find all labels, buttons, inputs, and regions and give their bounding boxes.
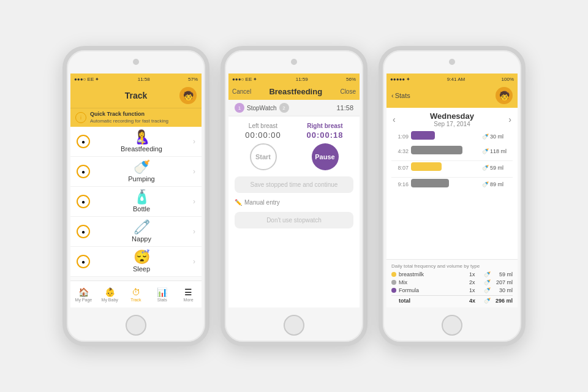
cancel-button[interactable]: Cancel — [232, 88, 251, 95]
stats-icon: 📊 — [157, 287, 167, 297]
total-label: total — [399, 298, 467, 304]
breastfeeding-label: Breastfeeding — [121, 145, 162, 153]
time-1: 1:09 — [391, 134, 409, 140]
breastmilk-bottle: 🍼 — [484, 271, 491, 277]
bar-container-1 — [411, 131, 480, 142]
save-button[interactable]: Save stopped time and continue — [235, 176, 353, 193]
timeline-row-3: 8:07 🍼 59 ml — [391, 162, 513, 173]
quick-track-banner[interactable]: i Quick Track function Automatic recordi… — [70, 108, 202, 127]
right-breast-label: Right breast — [307, 123, 342, 129]
nav-my-baby[interactable]: 👶 My Baby — [97, 287, 123, 302]
phone-3: ●●●●● ✦ 9:41 AM 100% ‹ Stats 🧒 ‹ Wednesd — [379, 46, 526, 346]
info-3: 🍼 59 ml — [482, 165, 513, 171]
left-breast-time: 00:00:00 — [245, 130, 281, 140]
sleep-circle: ● — [77, 255, 90, 268]
next-date-button[interactable]: › — [508, 115, 511, 124]
phone2-time: 11:59 — [296, 77, 308, 82]
sw-left: 1 StopWatch 2 — [235, 103, 289, 113]
phone-1-screen: ●●●○ EE ✦ 11:58 57% Track 🧒 i Quick Trac… — [70, 74, 202, 307]
phone2-status-bar: ●●●○ EE ✦ 11:59 56% — [228, 74, 360, 85]
phone1-home-button[interactable] — [126, 315, 146, 336]
prev-date-button[interactable]: ‹ — [393, 115, 396, 124]
left-breast-label: Left breast — [249, 123, 277, 129]
phone3-avatar: 🧒 — [496, 87, 513, 104]
bottle-chevron: › — [193, 197, 195, 206]
bottle-label: Bottle — [133, 205, 150, 213]
total-bottle: 🍼 — [484, 298, 491, 304]
timeline-row-4: 9:16 🍼 89 ml — [391, 179, 513, 190]
phone1-avatar: 🧒 — [179, 87, 197, 104]
time-4: 9:16 — [391, 181, 409, 187]
bottle-icon-4: 🍼 — [482, 181, 489, 187]
track-item-bottle[interactable]: ● 🧴 Bottle › — [70, 187, 202, 217]
breastmilk-label: breastmilk — [399, 271, 467, 277]
bar-container-4 — [411, 179, 480, 190]
nav-more[interactable]: ☰ More — [175, 287, 202, 302]
breastfeeding-chevron: › — [193, 137, 195, 146]
bottle-icon-3: 🍼 — [482, 165, 489, 171]
formula-count: 1x — [469, 287, 481, 293]
bottle-icon-1: 🍼 — [482, 134, 489, 140]
full-date-label: Sep 17, 2014 — [430, 121, 474, 127]
timeline-row-1: 1:09 🍼 30 ml — [391, 131, 513, 142]
bar-container-2 — [411, 146, 480, 157]
sleep-chevron: › — [193, 257, 195, 266]
mix-count: 2x — [469, 279, 481, 285]
divider-2 — [391, 177, 513, 178]
nav-track[interactable]: ⏱ Track — [123, 287, 149, 302]
formula-bottle: 🍼 — [484, 287, 491, 293]
phone-3-screen: ●●●●● ✦ 9:41 AM 100% ‹ Stats 🧒 ‹ Wednesd — [386, 74, 518, 307]
breastmilk-volume: 59 ml — [493, 271, 513, 277]
pause-button[interactable]: Pause — [312, 143, 339, 170]
start-button[interactable]: Start — [250, 143, 277, 170]
phone-2: ●●●○ EE ✦ 11:59 56% Cancel Breastfeeding… — [221, 46, 368, 346]
back-button[interactable]: ‹ Stats — [391, 92, 410, 99]
formula-volume: 30 ml — [493, 287, 513, 293]
breastfeeding-emoji: 🤱 — [134, 130, 150, 144]
timeline-row-2: 4:32 🍼 118 ml — [391, 146, 513, 157]
stats-label: Stats — [157, 298, 167, 302]
bottle-content: 🧴 Bottle — [96, 190, 187, 213]
phone2-home-button[interactable] — [284, 315, 304, 336]
nav-stats[interactable]: 📊 Stats — [149, 287, 175, 302]
nav-my-page[interactable]: 🏠 My Page — [70, 287, 97, 302]
pencil-icon: ✏️ — [235, 199, 242, 206]
close-button[interactable]: Close — [340, 88, 356, 95]
phone1-title: Track — [92, 91, 179, 100]
manual-entry-label[interactable]: Manual entry — [244, 199, 280, 206]
phone-1: ●●●○ EE ✦ 11:58 57% Track 🧒 i Quick Trac… — [62, 46, 209, 346]
nappy-label: Nappy — [132, 235, 151, 243]
track-item-nappy[interactable]: ● 🧷 Nappy › — [70, 217, 202, 247]
track-item-pumping[interactable]: ● 🍼 Pumping › — [70, 157, 202, 187]
phone3-status-bar: ●●●●● ✦ 9:41 AM 100% — [386, 74, 518, 85]
stopwatch-row: 1 StopWatch 2 11:58 — [228, 100, 360, 116]
quick-track-text: Quick Track function Automatic recording… — [90, 111, 168, 124]
divider-1 — [391, 160, 513, 161]
phone1-bottom-nav: 🏠 My Page 👶 My Baby ⏱ Track 📊 Stats ☰ — [70, 281, 202, 307]
phone2-header: Cancel Breastfeeding Close — [228, 85, 360, 100]
stats-row-mix: Mix 2x 🍼 207 ml — [391, 279, 513, 285]
phone-2-screen: ●●●○ EE ✦ 11:59 56% Cancel Breastfeeding… — [228, 74, 360, 307]
bar-1 — [411, 131, 435, 140]
track-item-sleep[interactable]: ● 😴 Sleep › — [70, 247, 202, 277]
volume-2: 118 ml — [490, 148, 507, 154]
timeline: 1:09 🍼 30 ml 4:32 🍼 — [386, 129, 518, 259]
date-text: Wednesday Sep 17, 2014 — [430, 111, 474, 127]
my-page-icon: 🏠 — [78, 287, 89, 297]
stats-row-breastmilk: breastmilk 1x 🍼 59 ml — [391, 271, 513, 277]
pumping-label: Pumping — [128, 175, 154, 183]
sleep-label: Sleep — [133, 265, 150, 273]
phone3-battery: 100% — [502, 77, 514, 82]
phones-container: ●●●○ EE ✦ 11:58 57% Track 🧒 i Quick Trac… — [0, 34, 588, 358]
phone1-header: Track 🧒 — [70, 85, 202, 108]
phone3-home-button[interactable] — [442, 315, 462, 336]
right-breast-col: Right breast 00:00:18 Pause — [296, 123, 353, 170]
bar-4 — [411, 179, 449, 187]
stats-header-row: ‹ Stats 🧒 — [391, 87, 513, 104]
back-label: Stats — [395, 92, 410, 99]
date-nav: ‹ Wednesday Sep 17, 2014 › — [386, 108, 518, 129]
track-item-breastfeeding[interactable]: ● 🤱 Breastfeeding › — [70, 127, 202, 157]
mix-volume: 207 ml — [493, 279, 513, 285]
dont-use-button[interactable]: Don't use stopwatch — [235, 212, 353, 228]
pumping-emoji: 🍼 — [134, 160, 150, 174]
